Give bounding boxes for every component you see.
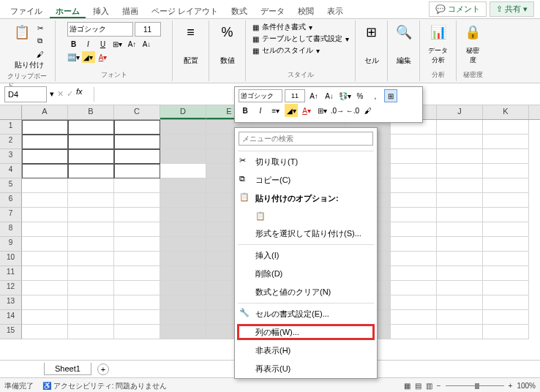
cell[interactable] [391,310,437,325]
cell[interactable] [391,252,437,266]
comments-button[interactable]: 💬 コメント [429,1,487,17]
mini-font-color[interactable]: A▾ [300,104,313,117]
mini-font-select[interactable] [239,89,282,102]
cell[interactable] [114,208,160,222]
tab-formula[interactable]: 数式 [225,3,253,18]
view-page-icon[interactable]: ▤ [415,382,421,390]
cell[interactable] [68,325,114,339]
cell[interactable] [114,149,160,164]
cell[interactable] [391,149,437,164]
cell[interactable] [160,325,206,339]
cell[interactable] [160,164,206,178]
cell[interactable] [68,164,114,178]
cell[interactable] [391,164,437,178]
cell[interactable] [483,149,529,164]
cell[interactable] [68,178,114,193]
context-clear[interactable]: 数式と値のクリア(N) [235,283,377,301]
tab-page-layout[interactable]: ページ レイアウト [146,3,224,18]
cell[interactable] [22,164,68,178]
cell[interactable] [483,325,529,339]
cell[interactable] [391,237,437,252]
cell[interactable] [391,208,437,222]
edit-icon[interactable]: 🔍 [394,22,414,42]
border-button[interactable]: ⊞▾ [111,38,124,50]
share-button[interactable]: ⇪ 共有 ▾ [490,1,534,17]
cell[interactable] [68,295,114,310]
zoom-slider[interactable] [446,385,504,386]
cell[interactable] [114,266,160,281]
row-head-3[interactable]: 3 [0,149,22,164]
mini-bold[interactable]: B [239,104,252,117]
cell[interactable] [483,178,529,193]
mini-accounting-icon[interactable]: 💱▾ [338,89,351,102]
cell[interactable] [391,193,437,208]
row-head-2[interactable]: 2 [0,135,22,149]
cell[interactable] [437,281,483,295]
cell[interactable] [114,281,160,295]
fx-button[interactable]: fx [76,87,91,102]
context-paste-special[interactable]: 形式を選択して貼り付け(S)... [235,225,377,243]
name-box[interactable] [4,86,47,102]
cell[interactable] [437,135,483,149]
cell[interactable] [22,222,68,237]
mini-align-icon[interactable]: ≡▾ [269,104,282,117]
cell[interactable] [68,193,114,208]
col-c[interactable]: C [114,105,160,119]
cell[interactable] [68,120,114,135]
mini-border[interactable]: ⊞▾ [315,104,329,117]
cell[interactable] [483,295,529,310]
analysis-icon[interactable]: 📊 [428,22,449,42]
add-sheet-button[interactable]: + [97,363,109,375]
cell[interactable] [160,222,206,237]
zoom-in[interactable]: + [509,382,513,390]
cell[interactable] [22,252,68,266]
cell[interactable] [160,266,206,281]
context-delete[interactable]: 削除(D) [235,265,377,283]
cell[interactable] [22,149,68,164]
mini-comma[interactable]: , [369,89,382,102]
mini-format-painter[interactable]: 🖌 [361,104,375,117]
cell[interactable] [160,310,206,325]
row-head-10[interactable]: 10 [0,252,22,266]
font-size-select[interactable] [135,22,161,37]
cut-icon[interactable]: ✂ [34,22,47,34]
zoom-level[interactable]: 100% [517,382,536,390]
cell[interactable] [437,222,483,237]
mini-decrease-font[interactable]: A↓ [323,89,336,102]
row-head-13[interactable]: 13 [0,295,22,310]
mini-percent[interactable]: % [353,89,367,102]
mini-size-select[interactable] [285,89,305,102]
align-icon[interactable]: ≡ [181,22,201,42]
cell[interactable] [68,208,114,222]
tab-data[interactable]: データ [255,3,290,18]
cell[interactable] [483,222,529,237]
cell[interactable] [391,325,437,339]
tab-insert[interactable]: 挿入 [87,3,115,18]
cell[interactable] [68,149,114,164]
cell[interactable] [160,237,206,252]
cell[interactable] [437,193,483,208]
cell[interactable] [483,120,529,135]
cell[interactable] [22,325,68,339]
view-break-icon[interactable]: ▥ [426,382,432,390]
sensitivity-icon[interactable]: 🔒 [462,22,483,42]
cell[interactable] [437,178,483,193]
row-head-5[interactable]: 5 [0,178,22,193]
cell[interactable] [160,208,206,222]
cell[interactable] [22,310,68,325]
cell[interactable] [68,310,114,325]
cell[interactable] [68,135,114,149]
mini-merge-icon[interactable]: ⊞ [384,89,397,102]
cell[interactable] [22,135,68,149]
cell[interactable] [437,295,483,310]
row-head-14[interactable]: 14 [0,310,22,325]
cell[interactable] [437,252,483,266]
context-format-cells[interactable]: 🔧セルの書式設定(E)... [235,305,377,323]
underline-button[interactable]: U [97,38,110,50]
cell[interactable] [483,208,529,222]
cell[interactable] [160,252,206,266]
row-head-7[interactable]: 7 [0,208,22,222]
cell[interactable] [68,237,114,252]
mini-dec-increase[interactable]: .0→ [331,104,344,117]
tab-draw[interactable]: 描画 [116,3,144,18]
